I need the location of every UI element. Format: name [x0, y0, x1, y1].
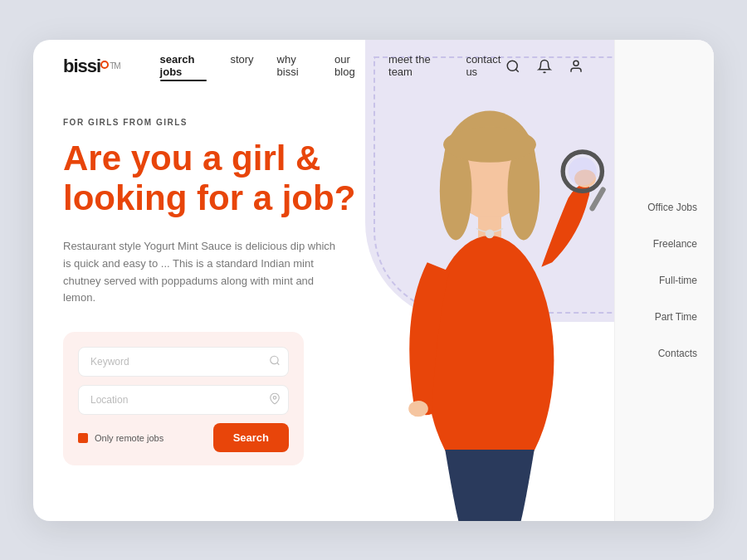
right-sidebar: Office Jobs Freelance Full-time Part Tim…: [614, 40, 714, 521]
svg-point-5: [273, 397, 276, 400]
nav-meet-team[interactable]: meet the team: [388, 53, 442, 80]
hero-image: [365, 93, 614, 521]
remote-jobs-label[interactable]: Only remote jobs: [78, 433, 164, 443]
nav-why-bissi[interactable]: why bissi: [277, 53, 311, 80]
search-button[interactable]: Search: [213, 423, 289, 452]
svg-point-2: [574, 61, 579, 66]
remote-label-text: Only remote jobs: [95, 433, 164, 443]
sidebar-item-parttime[interactable]: Part Time: [655, 311, 697, 323]
sidebar-item-freelance[interactable]: Freelance: [653, 238, 697, 250]
headline: Are you a girl & looking for a job?: [63, 139, 378, 219]
keyword-wrap: [78, 347, 289, 377]
nav-our-blog[interactable]: our blog: [334, 53, 365, 80]
bell-icon[interactable]: [536, 58, 553, 75]
svg-point-16: [569, 157, 597, 185]
logo-tm: TM: [110, 61, 120, 71]
logo[interactable]: bissiTM: [63, 56, 120, 77]
sidebar-item-office-jobs[interactable]: Office Jobs: [647, 202, 697, 213]
logo-ring: [100, 61, 109, 69]
navbar: bissiTM search jobs story why bissi our …: [33, 40, 614, 93]
woman-figure: [365, 93, 614, 521]
description: Restaurant style Yogurt Mint Sauce is de…: [63, 238, 345, 307]
search-box: Only remote jobs Search: [63, 332, 304, 465]
svg-line-1: [515, 69, 518, 71]
svg-line-4: [277, 363, 280, 365]
keyword-input[interactable]: [78, 347, 289, 377]
main-card: bissiTM search jobs story why bissi our …: [33, 40, 714, 521]
location-wrap: [78, 385, 289, 415]
remote-checkbox[interactable]: [78, 433, 88, 443]
search-icon[interactable]: [505, 58, 521, 75]
sidebar-item-fulltime[interactable]: Full-time: [659, 275, 697, 286]
search-footer: Only remote jobs Search: [78, 423, 289, 452]
keyword-search-icon: [269, 355, 281, 369]
nav-contact-us[interactable]: contact us: [466, 53, 505, 80]
nav-search-jobs[interactable]: search jobs: [160, 53, 208, 80]
svg-point-17: [408, 400, 428, 416]
svg-point-0: [507, 61, 517, 71]
svg-point-3: [271, 357, 278, 364]
logo-text: bissi: [63, 56, 100, 77]
sidebar-item-contacts[interactable]: Contacts: [658, 348, 697, 359]
location-icon: [269, 393, 281, 407]
nav-story[interactable]: story: [230, 53, 253, 80]
user-icon[interactable]: [568, 58, 584, 75]
nav-icon-group: [505, 58, 584, 75]
nav-links: search jobs story why bissi our blog mee…: [160, 53, 505, 80]
location-input[interactable]: [78, 385, 289, 415]
svg-point-18: [486, 229, 495, 238]
svg-point-10: [443, 126, 536, 162]
